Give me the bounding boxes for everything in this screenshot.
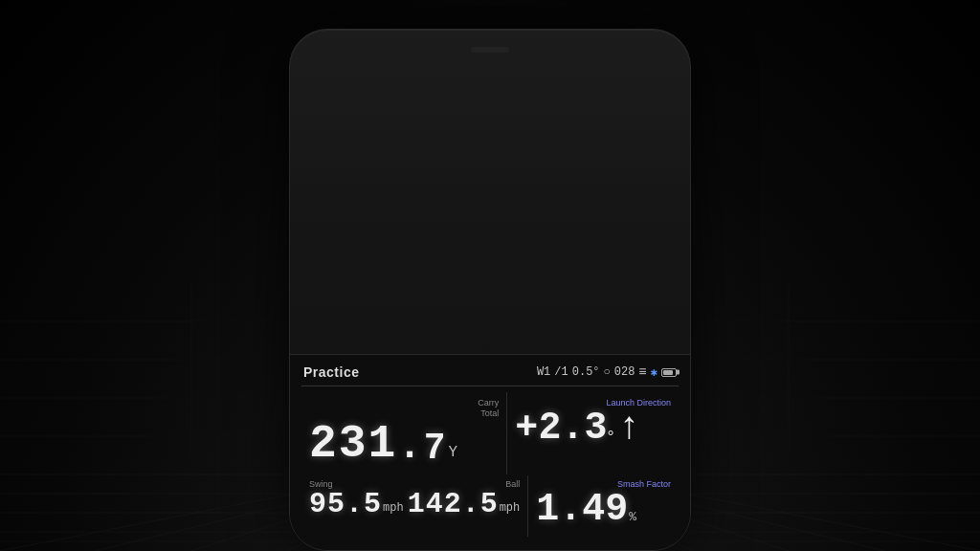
display-panel: Practice W1 /1 0.5° ○ 028 ≡ ✱ Carry Tota… xyxy=(290,354,690,550)
circle-icon: ○ xyxy=(604,365,611,379)
smash-factor-cell: Smash Factor 1.49 % xyxy=(528,475,679,537)
divider xyxy=(301,386,679,386)
distance-unit: Y xyxy=(448,444,457,461)
smash-factor-value: 1.49 xyxy=(536,491,628,529)
distance-decimal-value: 7 xyxy=(424,430,448,467)
distance-cell: Carry Total 231 . 7 Y xyxy=(301,392,506,474)
menu-icon[interactable]: ≡ xyxy=(638,364,646,380)
device-body: Practice W1 /1 0.5° ○ 028 ≡ ✱ Carry Tota… xyxy=(289,29,691,551)
launch-direction-unit: ° xyxy=(607,428,613,448)
smash-factor-value-row: 1.49 % xyxy=(536,491,671,529)
battery-icon xyxy=(661,368,677,377)
launch-direction-cell: Launch Direction + 2.3 ° ↑ xyxy=(507,392,679,474)
ball-unit: mph xyxy=(500,501,521,515)
swing-ball-values-row: 95.5 mph 142.5 mph xyxy=(309,490,520,518)
display-header: Practice W1 /1 0.5° ○ 028 ≡ ✱ xyxy=(301,364,679,380)
row2: Swing Ball 95.5 mph 142.5 mph Smash Fact… xyxy=(301,475,679,537)
shot-count: 028 xyxy=(614,365,635,379)
ball-value: 142.5 xyxy=(408,490,499,518)
distance-decimal-dot: . xyxy=(397,427,423,467)
signal-divider: /1 xyxy=(554,365,568,379)
mode-label: Practice xyxy=(303,364,359,380)
header-status: W1 /1 0.5° ○ 028 ≡ ✱ xyxy=(537,364,677,380)
launch-direction-value: 2.3 xyxy=(538,409,607,448)
device-top-button[interactable] xyxy=(471,47,509,53)
launch-direction-arrow: ↑ xyxy=(618,409,641,448)
signal-indicator: W1 xyxy=(537,365,550,379)
distance-main-value: 231 xyxy=(309,421,397,467)
angle-value: 0.5° xyxy=(572,365,600,379)
bluetooth-icon: ✱ xyxy=(651,365,657,380)
launch-direction-value-row: + 2.3 ° ↑ xyxy=(515,409,671,448)
distance-value-row: 231 . 7 Y xyxy=(309,421,499,467)
distance-label: Carry Total xyxy=(478,398,499,419)
swing-ball-cell: Swing Ball 95.5 mph 142.5 mph xyxy=(301,475,527,537)
ball-label: Ball xyxy=(505,479,520,489)
swing-value: 95.5 xyxy=(309,490,382,518)
launch-direction-prefix: + xyxy=(515,409,538,448)
smash-factor-unit: % xyxy=(629,510,636,524)
swing-unit: mph xyxy=(383,501,404,515)
row1: Carry Total 231 . 7 Y Launch Direction +… xyxy=(301,392,679,474)
